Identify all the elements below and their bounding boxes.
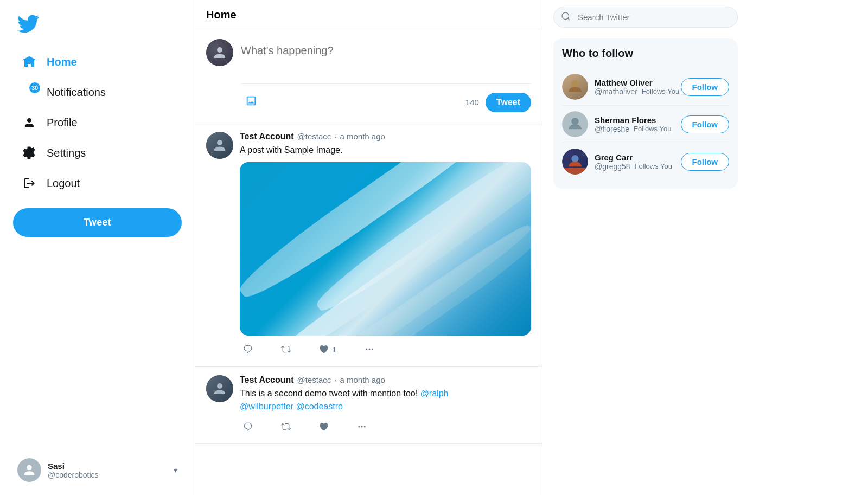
tweet2-body: Test Account @testacc · a month ago This…: [240, 375, 531, 435]
current-user-info: Sasi @coderobotics: [48, 461, 174, 479]
gear-icon: [22, 145, 37, 160]
follow-greg-button[interactable]: Follow: [681, 153, 730, 171]
profile-label: Profile: [47, 117, 78, 129]
matthew-follows-you: Follows You: [642, 87, 679, 95]
main-feed: Home 140 Tweet: [195, 0, 542, 495]
matthew-info: Matthew Oliver @matholiver Follows You: [595, 78, 681, 96]
tweet2-text: This is a second demo tweet with mention…: [240, 387, 531, 413]
follow-item-greg: Greg Carr @gregg58 Follows You Follow: [562, 143, 729, 180]
tweet-button[interactable]: Tweet: [13, 208, 182, 237]
user-menu[interactable]: Sasi @coderobotics ▾: [13, 452, 182, 488]
tweet2-handle: @testacc: [297, 375, 331, 384]
tweet2-username: Test Account: [240, 375, 294, 385]
person-icon: [22, 115, 37, 130]
logout-icon: [22, 176, 37, 191]
follow-matthew-button[interactable]: Follow: [681, 78, 730, 96]
greg-handle-row: @gregg58 Follows You: [595, 162, 681, 171]
greg-info: Greg Carr @gregg58 Follows You: [595, 153, 681, 171]
follow-item-matthew: Matthew Oliver @matholiver Follows You F…: [562, 68, 729, 106]
compose-right-actions: 140 Tweet: [465, 93, 531, 112]
greg-handle: @gregg58: [595, 162, 630, 171]
sidebar-item-logout[interactable]: Logout: [13, 169, 182, 197]
tweet1-time: a month ago: [340, 132, 385, 141]
matthew-handle: @matholiver: [595, 87, 637, 96]
like-count: 1: [332, 345, 336, 354]
like-button[interactable]: 1: [316, 341, 340, 357]
tweet1-separator: ·: [334, 132, 336, 141]
sidebar-item-profile[interactable]: Profile: [13, 108, 182, 137]
tweet-item: Test Account @testacc · a month ago A po…: [195, 123, 542, 367]
matthew-name: Matthew Oliver: [595, 78, 681, 87]
image-upload-button[interactable]: [241, 91, 261, 114]
matthew-handle-row: @matholiver Follows You: [595, 87, 681, 96]
tweet1-text: A post with Sample Image.: [240, 144, 531, 157]
svg-point-8: [361, 426, 363, 428]
feed-header: Home: [195, 0, 542, 30]
tweet2-header: Test Account @testacc · a month ago: [240, 375, 531, 385]
tweet1-username: Test Account: [240, 132, 294, 142]
greg-name: Greg Carr: [595, 153, 681, 162]
more-button[interactable]: [361, 341, 378, 357]
compose-input[interactable]: [241, 39, 531, 75]
svg-point-6: [217, 383, 222, 389]
tweet1-image[interactable]: [240, 162, 531, 336]
svg-point-4: [369, 349, 371, 350]
sidebar-item-notifications[interactable]: 30 Notifications: [13, 78, 182, 106]
tweet1-actions: 1: [240, 341, 531, 357]
tweet2-separator: ·: [334, 375, 336, 384]
tweet1-avatar: [206, 132, 233, 159]
reply-button[interactable]: [240, 341, 256, 357]
compose-right: 140 Tweet: [241, 39, 531, 114]
sidebar: Home 30 Notifications Profile Settings: [0, 0, 195, 495]
svg-point-0: [27, 465, 31, 470]
svg-point-12: [571, 155, 578, 162]
tweet2-reply-button[interactable]: [240, 419, 256, 435]
sherman-avatar: [562, 111, 588, 137]
tweet2-mention-wilburpotter[interactable]: @wilburpotter: [240, 402, 296, 411]
search-icon: [561, 11, 571, 23]
tweet1-handle: @testacc: [297, 132, 331, 141]
home-icon: [22, 54, 37, 69]
sherman-name: Sherman Flores: [595, 115, 681, 125]
svg-point-1: [217, 47, 222, 53]
tweet1-header: Test Account @testacc · a month ago: [240, 132, 531, 142]
tweet1-body: Test Account @testacc · a month ago A po…: [240, 132, 531, 357]
compose-tweet-button[interactable]: Tweet: [486, 93, 531, 112]
tweet-item-2: Test Account @testacc · a month ago This…: [195, 367, 542, 444]
retweet-button[interactable]: [278, 341, 294, 357]
current-user-avatar: [17, 458, 41, 482]
sidebar-item-settings[interactable]: Settings: [13, 139, 182, 167]
feed-title: Home: [206, 9, 237, 21]
matthew-avatar: [562, 74, 588, 100]
tweet2-actions: [240, 419, 531, 435]
svg-point-3: [366, 349, 368, 350]
search-input[interactable]: [553, 7, 738, 28]
sidebar-item-home[interactable]: Home: [13, 48, 182, 76]
compose-actions: 140 Tweet: [241, 83, 531, 114]
compose-avatar: [206, 39, 233, 66]
sherman-handle: @floreshe: [595, 125, 629, 133]
current-user-name: Sasi: [48, 461, 174, 471]
sherman-handle-row: @floreshe Follows You: [595, 125, 681, 133]
twitter-logo[interactable]: [17, 13, 182, 37]
who-to-follow-panel: Who to follow Matthew Oliver @matholiver…: [553, 38, 738, 189]
svg-point-5: [372, 349, 373, 350]
notification-badge: 30: [29, 82, 40, 93]
greg-follows-you: Follows You: [635, 162, 672, 170]
tweet2-retweet-button[interactable]: [278, 419, 294, 435]
main-nav: Home 30 Notifications Profile Settings: [13, 48, 182, 200]
svg-point-7: [358, 426, 360, 428]
compose-box: 140 Tweet: [195, 30, 542, 123]
tweet1-image-canvas: [240, 162, 531, 336]
who-to-follow-title: Who to follow: [562, 47, 729, 60]
tweet2-more-button[interactable]: [354, 419, 370, 435]
logout-label: Logout: [47, 177, 80, 190]
tweet2-mention-codeastro[interactable]: @codeastro: [296, 402, 343, 411]
sherman-follows-you: Follows You: [634, 125, 671, 133]
svg-point-10: [571, 80, 578, 87]
tweet2-mention-ralph[interactable]: @ralph: [420, 389, 449, 398]
follow-sherman-button[interactable]: Follow: [681, 115, 730, 133]
tweet2-like-button[interactable]: [316, 419, 332, 435]
greg-avatar: [562, 149, 588, 175]
tweet2-avatar: [206, 375, 233, 402]
